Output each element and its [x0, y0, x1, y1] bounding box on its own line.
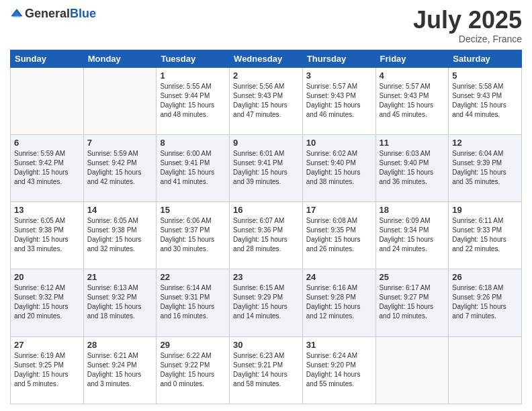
day-number: 24 [306, 272, 372, 282]
day-number: 10 [306, 138, 372, 148]
cell-info: Sunrise: 6:06 AM Sunset: 9:37 PM Dayligh… [160, 216, 226, 254]
day-number: 31 [306, 340, 372, 350]
calendar-week-row: 20Sunrise: 6:12 AM Sunset: 9:32 PM Dayli… [11, 269, 522, 336]
weekday-header-sunday: Sunday [11, 50, 84, 67]
day-number: 8 [160, 138, 226, 148]
cell-info: Sunrise: 6:08 AM Sunset: 9:35 PM Dayligh… [306, 216, 372, 254]
day-number: 4 [380, 71, 445, 81]
weekday-header-saturday: Saturday [449, 50, 522, 67]
cell-info: Sunrise: 6:07 AM Sunset: 9:36 PM Dayligh… [233, 216, 299, 254]
day-number: 29 [160, 340, 226, 350]
day-number: 15 [160, 205, 226, 215]
cell-info: Sunrise: 6:01 AM Sunset: 9:41 PM Dayligh… [233, 149, 299, 187]
logo-blue: Blue [70, 7, 96, 20]
calendar-cell: 18Sunrise: 6:09 AM Sunset: 9:34 PM Dayli… [375, 202, 449, 269]
calendar-cell: 19Sunrise: 6:11 AM Sunset: 9:33 PM Dayli… [449, 202, 522, 269]
calendar-cell: 25Sunrise: 6:17 AM Sunset: 9:27 PM Dayli… [375, 269, 449, 336]
cell-info: Sunrise: 5:59 AM Sunset: 9:42 PM Dayligh… [14, 149, 80, 187]
title-section: July 2025 Decize, France [413, 7, 522, 44]
day-number: 11 [380, 138, 445, 148]
calendar-cell: 20Sunrise: 6:12 AM Sunset: 9:32 PM Dayli… [11, 269, 84, 336]
cell-info: Sunrise: 5:57 AM Sunset: 9:43 PM Dayligh… [380, 82, 445, 120]
cell-info: Sunrise: 5:56 AM Sunset: 9:43 PM Dayligh… [233, 82, 299, 120]
calendar-cell: 22Sunrise: 6:14 AM Sunset: 9:31 PM Dayli… [157, 269, 230, 336]
calendar-cell: 1Sunrise: 5:55 AM Sunset: 9:44 PM Daylig… [157, 67, 230, 134]
cell-info: Sunrise: 6:22 AM Sunset: 9:22 PM Dayligh… [160, 351, 226, 389]
calendar-cell: 6Sunrise: 5:59 AM Sunset: 9:42 PM Daylig… [11, 134, 84, 201]
cell-info: Sunrise: 6:00 AM Sunset: 9:41 PM Dayligh… [160, 149, 226, 187]
cell-info: Sunrise: 6:15 AM Sunset: 9:29 PM Dayligh… [233, 283, 299, 321]
calendar-cell: 24Sunrise: 6:16 AM Sunset: 9:28 PM Dayli… [302, 269, 375, 336]
day-number: 25 [380, 272, 445, 282]
calendar-week-row: 27Sunrise: 6:19 AM Sunset: 9:25 PM Dayli… [11, 336, 522, 404]
cell-info: Sunrise: 6:17 AM Sunset: 9:27 PM Dayligh… [380, 283, 445, 321]
calendar-cell: 31Sunrise: 6:24 AM Sunset: 9:20 PM Dayli… [302, 336, 375, 404]
cell-info: Sunrise: 6:05 AM Sunset: 9:38 PM Dayligh… [87, 216, 153, 254]
cell-info: Sunrise: 6:03 AM Sunset: 9:40 PM Dayligh… [380, 149, 445, 187]
month-year: July 2025 [413, 7, 522, 34]
cell-info: Sunrise: 5:59 AM Sunset: 9:42 PM Dayligh… [87, 149, 153, 187]
calendar-cell [83, 67, 157, 134]
day-number: 30 [233, 340, 299, 350]
calendar-cell [11, 67, 84, 134]
calendar-cell: 5Sunrise: 5:58 AM Sunset: 9:43 PM Daylig… [449, 67, 522, 134]
cell-info: Sunrise: 6:23 AM Sunset: 9:21 PM Dayligh… [233, 351, 299, 389]
day-number: 18 [380, 205, 445, 215]
cell-info: Sunrise: 6:18 AM Sunset: 9:26 PM Dayligh… [452, 283, 518, 321]
day-number: 9 [233, 138, 299, 148]
day-number: 21 [87, 272, 153, 282]
cell-info: Sunrise: 6:24 AM Sunset: 9:20 PM Dayligh… [306, 351, 372, 389]
calendar-cell: 11Sunrise: 6:03 AM Sunset: 9:40 PM Dayli… [375, 134, 449, 201]
calendar-cell: 23Sunrise: 6:15 AM Sunset: 9:29 PM Dayli… [230, 269, 303, 336]
calendar-week-row: 13Sunrise: 6:05 AM Sunset: 9:38 PM Dayli… [11, 202, 522, 269]
day-number: 6 [14, 138, 80, 148]
weekday-header-wednesday: Wednesday [230, 50, 303, 67]
cell-info: Sunrise: 6:19 AM Sunset: 9:25 PM Dayligh… [14, 351, 80, 389]
day-number: 3 [306, 71, 372, 81]
calendar-cell: 9Sunrise: 6:01 AM Sunset: 9:41 PM Daylig… [230, 134, 303, 201]
cell-info: Sunrise: 6:09 AM Sunset: 9:34 PM Dayligh… [380, 216, 445, 254]
page: GeneralBlue July 2025 Decize, France Sun… [0, 0, 532, 411]
cell-info: Sunrise: 5:55 AM Sunset: 9:44 PM Dayligh… [160, 82, 226, 120]
weekday-header-row: SundayMondayTuesdayWednesdayThursdayFrid… [11, 50, 522, 67]
cell-info: Sunrise: 5:57 AM Sunset: 9:43 PM Dayligh… [306, 82, 372, 120]
calendar-cell: 12Sunrise: 6:04 AM Sunset: 9:39 PM Dayli… [449, 134, 522, 201]
calendar-cell: 17Sunrise: 6:08 AM Sunset: 9:35 PM Dayli… [302, 202, 375, 269]
cell-info: Sunrise: 6:04 AM Sunset: 9:39 PM Dayligh… [452, 149, 518, 187]
calendar-cell: 7Sunrise: 5:59 AM Sunset: 9:42 PM Daylig… [83, 134, 157, 201]
cell-info: Sunrise: 6:16 AM Sunset: 9:28 PM Dayligh… [306, 283, 372, 321]
calendar-cell: 8Sunrise: 6:00 AM Sunset: 9:41 PM Daylig… [157, 134, 230, 201]
cell-info: Sunrise: 6:13 AM Sunset: 9:32 PM Dayligh… [87, 283, 153, 321]
day-number: 2 [233, 71, 299, 81]
weekday-header-friday: Friday [375, 50, 449, 67]
day-number: 13 [14, 205, 80, 215]
day-number: 7 [87, 138, 153, 148]
day-number: 19 [452, 205, 518, 215]
calendar-cell: 16Sunrise: 6:07 AM Sunset: 9:36 PM Dayli… [230, 202, 303, 269]
calendar-cell: 2Sunrise: 5:56 AM Sunset: 9:43 PM Daylig… [230, 67, 303, 134]
cell-info: Sunrise: 6:02 AM Sunset: 9:40 PM Dayligh… [306, 149, 372, 187]
calendar-cell: 10Sunrise: 6:02 AM Sunset: 9:40 PM Dayli… [302, 134, 375, 201]
location: Decize, France [413, 34, 522, 44]
cell-info: Sunrise: 6:21 AM Sunset: 9:24 PM Dayligh… [87, 351, 153, 389]
day-number: 14 [87, 205, 153, 215]
calendar-cell: 30Sunrise: 6:23 AM Sunset: 9:21 PM Dayli… [230, 336, 303, 404]
weekday-header-monday: Monday [83, 50, 157, 67]
calendar-cell: 15Sunrise: 6:06 AM Sunset: 9:37 PM Dayli… [157, 202, 230, 269]
calendar-cell [375, 336, 449, 404]
day-number: 26 [452, 272, 518, 282]
calendar-week-row: 6Sunrise: 5:59 AM Sunset: 9:42 PM Daylig… [11, 134, 522, 201]
cell-info: Sunrise: 6:14 AM Sunset: 9:31 PM Dayligh… [160, 283, 226, 321]
day-number: 28 [87, 340, 153, 350]
calendar-cell: 21Sunrise: 6:13 AM Sunset: 9:32 PM Dayli… [83, 269, 157, 336]
day-number: 12 [452, 138, 518, 148]
calendar-cell: 3Sunrise: 5:57 AM Sunset: 9:43 PM Daylig… [302, 67, 375, 134]
calendar-cell: 29Sunrise: 6:22 AM Sunset: 9:22 PM Dayli… [157, 336, 230, 404]
calendar-cell: 26Sunrise: 6:18 AM Sunset: 9:26 PM Dayli… [449, 269, 522, 336]
calendar-week-row: 1Sunrise: 5:55 AM Sunset: 9:44 PM Daylig… [11, 67, 522, 134]
weekday-header-tuesday: Tuesday [157, 50, 230, 67]
weekday-header-thursday: Thursday [302, 50, 375, 67]
calendar-cell: 27Sunrise: 6:19 AM Sunset: 9:25 PM Dayli… [11, 336, 84, 404]
logo-icon [10, 7, 24, 21]
day-number: 23 [233, 272, 299, 282]
